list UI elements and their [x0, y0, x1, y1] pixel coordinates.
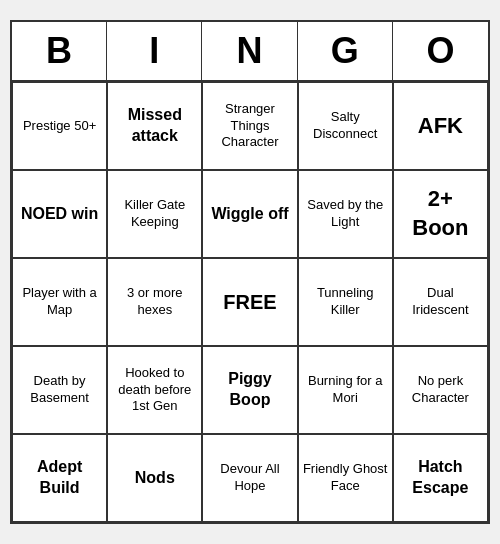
- bingo-cell: Nods: [107, 434, 202, 522]
- header-letter: I: [107, 22, 202, 80]
- bingo-cell: Devour All Hope: [202, 434, 297, 522]
- bingo-cell: Piggy Boop: [202, 346, 297, 434]
- bingo-card: BINGO Prestige 50+Missed attackStranger …: [10, 20, 490, 524]
- bingo-cell: No perk Character: [393, 346, 488, 434]
- bingo-grid: Prestige 50+Missed attackStranger Things…: [12, 82, 488, 522]
- cell-text: Wiggle off: [211, 204, 288, 225]
- bingo-cell: Missed attack: [107, 82, 202, 170]
- cell-text: Missed attack: [112, 105, 197, 147]
- bingo-cell: Burning for a Mori: [298, 346, 393, 434]
- header-letter: B: [12, 22, 107, 80]
- header-letter: N: [202, 22, 297, 80]
- bingo-cell: Adept Build: [12, 434, 107, 522]
- cell-text: Hatch Escape: [398, 457, 483, 499]
- cell-text: Saved by the Light: [303, 197, 388, 231]
- cell-text: Hooked to death before 1st Gen: [112, 365, 197, 416]
- bingo-cell: Hooked to death before 1st Gen: [107, 346, 202, 434]
- bingo-header: BINGO: [12, 22, 488, 82]
- bingo-cell: Killer Gate Keeping: [107, 170, 202, 258]
- cell-text: FREE: [223, 289, 276, 315]
- cell-text: Tunneling Killer: [303, 285, 388, 319]
- cell-text: 2+ Boon: [398, 185, 483, 242]
- bingo-cell: NOED win: [12, 170, 107, 258]
- header-letter: O: [393, 22, 488, 80]
- cell-text: Devour All Hope: [207, 461, 292, 495]
- bingo-cell: Tunneling Killer: [298, 258, 393, 346]
- cell-text: Killer Gate Keeping: [112, 197, 197, 231]
- bingo-cell: Friendly Ghost Face: [298, 434, 393, 522]
- bingo-cell: Hatch Escape: [393, 434, 488, 522]
- cell-text: Salty Disconnect: [303, 109, 388, 143]
- cell-text: 3 or more hexes: [112, 285, 197, 319]
- bingo-cell: Player with a Map: [12, 258, 107, 346]
- bingo-cell: Stranger Things Character: [202, 82, 297, 170]
- cell-text: Adept Build: [17, 457, 102, 499]
- bingo-cell: Dual Iridescent: [393, 258, 488, 346]
- cell-text: Piggy Boop: [207, 369, 292, 411]
- bingo-cell: Salty Disconnect: [298, 82, 393, 170]
- cell-text: Stranger Things Character: [207, 101, 292, 152]
- bingo-cell: 2+ Boon: [393, 170, 488, 258]
- cell-text: AFK: [418, 112, 463, 141]
- bingo-cell: FREE: [202, 258, 297, 346]
- bingo-cell: Saved by the Light: [298, 170, 393, 258]
- cell-text: Death by Basement: [17, 373, 102, 407]
- cell-text: Prestige 50+: [23, 118, 96, 135]
- bingo-cell: Prestige 50+: [12, 82, 107, 170]
- cell-text: Nods: [135, 468, 175, 489]
- cell-text: Friendly Ghost Face: [303, 461, 388, 495]
- cell-text: Burning for a Mori: [303, 373, 388, 407]
- header-letter: G: [298, 22, 393, 80]
- bingo-cell: 3 or more hexes: [107, 258, 202, 346]
- cell-text: No perk Character: [398, 373, 483, 407]
- cell-text: Player with a Map: [17, 285, 102, 319]
- bingo-cell: Wiggle off: [202, 170, 297, 258]
- cell-text: Dual Iridescent: [398, 285, 483, 319]
- cell-text: NOED win: [21, 204, 98, 225]
- bingo-cell: Death by Basement: [12, 346, 107, 434]
- bingo-cell: AFK: [393, 82, 488, 170]
